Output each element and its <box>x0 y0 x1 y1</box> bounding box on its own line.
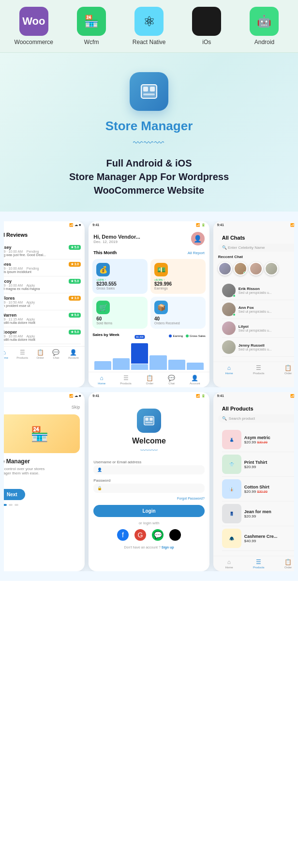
orders-icon: 📦 <box>154 301 168 314</box>
list-item[interactable]: 👗 Asym metric $20.99 $30.99 <box>222 427 294 452</box>
list-item[interactable]: 👖 Jean for men $20.99 <box>222 502 294 526</box>
product-search-placeholder: Search product <box>229 416 255 421</box>
list-item[interactable]: Ann Fox Sed ut perspiciatis u... <box>222 300 294 319</box>
list-item: Mccoy ★ 5.0 2019 · 10:00 AM Apply punt m… <box>4 276 81 293</box>
products-list: 👗 Asym metric $20.99 $30.99 👕 Print Tshi… <box>218 426 294 553</box>
list-item[interactable]: 👕 Print Tshirt $20.99 <box>222 452 294 477</box>
list-item: e Flores ★ 3.0 2019 · 10:50 AM Apply ill… <box>4 293 81 310</box>
platform-wcfm[interactable]: 🏪 Wcfm <box>72 7 111 46</box>
platform-bar: Woo Woocommerce 🏪 Wcfm ⚛ React Native iO… <box>0 0 298 53</box>
password-label: Password <box>93 478 205 483</box>
google-login-icon[interactable]: G <box>134 529 146 541</box>
wechat-login-icon[interactable]: 💬 <box>152 529 164 541</box>
next-button[interactable]: Next <box>4 489 25 500</box>
signup-text: Don't have an account ? Sign up <box>93 546 205 549</box>
onboard-illustration: 🏪 <box>4 414 80 453</box>
reviews-list: Masey ★ 5.0 2019 · 10:00 AM Pending thin… <box>4 241 85 346</box>
login-mockup: 9:41📶 🔋 Welcome 〰〰〰 Username or Email ad… <box>89 392 209 571</box>
password-input[interactable]: 🔒 <box>93 484 205 493</box>
or-text: or login with <box>93 521 205 525</box>
avatar: 👤 <box>191 232 205 245</box>
recent-avatars <box>218 262 294 275</box>
onboard-desc: tal control over your storesanager them … <box>4 467 80 475</box>
facebook-login-icon[interactable]: f <box>117 529 129 541</box>
list-item[interactable]: 👔 Cotton Shirt $20.99 $30.99 <box>222 477 294 502</box>
login-title: Welcome <box>93 437 205 445</box>
product-search-bar[interactable]: 🔍 Search product <box>218 414 294 423</box>
svg-rect-6 <box>149 418 152 421</box>
platform-react-native[interactable]: ⚛ React Native <box>130 7 168 46</box>
username-label: Username or Email address <box>93 460 205 464</box>
earnings-card: 💵 +9.5% ↑ $29.996 Earnings <box>150 259 206 294</box>
svg-rect-5 <box>145 418 148 421</box>
list-item[interactable]: Jenny Russell Sed ut perspiciatis u... <box>222 338 294 357</box>
woo-label: Woocommerce <box>15 39 53 46</box>
signup-link[interactable]: Sign up <box>162 546 174 549</box>
platform-woocommerce[interactable]: Woo Woocommerce <box>15 7 53 46</box>
platform-ios[interactable]: iOs <box>187 7 226 46</box>
forgot-password-link[interactable]: Forgot Password? <box>93 497 205 500</box>
ios-label: iOs <box>202 39 211 46</box>
svg-rect-7 <box>145 422 152 424</box>
bottom-nav-chat: ⌂Home ☰Products 📋Order <box>213 362 294 377</box>
products-title: All Products <box>218 403 294 414</box>
orders-card: 📦 40 Orders Received <box>150 297 206 329</box>
ios-icon <box>192 7 221 36</box>
chat-mockup: 9:41📶 🔋 All Chats 🔍 Enter Celebrity Name… <box>213 221 294 387</box>
list-item: Masey ★ 5.0 2019 · 10:00 AM Pending thin… <box>4 243 81 259</box>
bottom-nav: ⌂Home ☰Products 📋Order 💬Chat 👤Account <box>4 346 85 362</box>
wcfm-label: Wcfm <box>84 39 99 46</box>
month-row: This Month All Report <box>89 248 209 257</box>
rn-label: React Native <box>133 39 166 46</box>
status-bar-login: 9:41📶 🔋 <box>89 392 209 400</box>
username-input[interactable]: 👤 <box>93 465 205 474</box>
mockups-section: ●●📶 ☁ ■ All Reviews Masey ★ 5.0 2019 · 1… <box>0 212 298 581</box>
status-bar-onboard: ●●📶 ☁ ■ <box>4 392 85 400</box>
dashboard-cards: 💰 +10% ↑ $230.555 Gross Sales 💵 +9.5% ↑ … <box>89 257 209 331</box>
status-bar-products: 9:41📶 🔋 <box>213 392 294 400</box>
svg-rect-0 <box>141 85 157 98</box>
list-item[interactable]: 🧥 Cashmere Cre... $40.99 <box>222 526 294 551</box>
onboard-title: re Manager <box>4 458 80 465</box>
onboard-body: Skip 🏪 re Manager tal control over your … <box>4 400 85 511</box>
sold-items-card: 🛒 60 Sold Items <box>92 297 148 329</box>
app-title: Store Manager <box>10 119 288 134</box>
mockups-row-1: ●●📶 ☁ ■ All Reviews Masey ★ 5.0 2019 · 1… <box>4 221 294 387</box>
dash-header: Hi, Demo Vendor... Dec. 12, 2019 👤 <box>89 229 209 248</box>
list-item: e Cooper ★ 5.0 2019 · 10:00 AM Apply e m… <box>4 327 81 344</box>
products-mockup: 9:41📶 🔋 All Products 🔍 Search product 👗 … <box>213 392 294 571</box>
reviews-title: All Reviews <box>4 229 85 241</box>
svg-rect-3 <box>143 93 155 95</box>
onboarding-mockup: ●●📶 ☁ ■ Skip 🏪 re Manager tal control ov… <box>4 392 85 571</box>
svg-rect-1 <box>143 87 148 91</box>
wcfm-icon: 🏪 <box>77 7 106 36</box>
android-label: Android <box>254 39 274 46</box>
list-item: e Warren ★ 5.0 2019 · 11:15 AM Apply e m… <box>4 310 81 327</box>
apple-login-icon[interactable] <box>169 529 181 541</box>
bottom-nav-dash: ⌂Home ☰Products 📋Order 💬Chat 👤Account <box>89 372 209 387</box>
platform-android[interactable]: 🤖 Android <box>245 7 283 46</box>
list-item[interactable]: Erik Risson Sed ut perspiciatis u... <box>222 281 294 300</box>
gross-sales-card: 💰 +10% ↑ $230.555 Gross Sales <box>92 259 148 294</box>
sales-week-section: Sales by Week Earning Gross Sales <box>89 331 209 372</box>
status-bar-dash: 9:41📶 🔋 <box>89 221 209 229</box>
date-text: Dec. 12, 2019 <box>93 240 140 244</box>
login-body: Welcome 〰〰〰 Username or Email address 👤 … <box>89 400 209 554</box>
chat-search-bar[interactable]: 🔍 Enter Celebrity Name <box>218 244 294 252</box>
app-icon <box>130 72 168 111</box>
login-button[interactable]: Login <box>93 505 205 517</box>
rn-icon: ⚛ <box>134 7 164 36</box>
chat-title: All Chats <box>218 232 294 244</box>
hero-section: Store Manager 〰〰〰 Full Android & iOSStor… <box>0 53 298 212</box>
chat-search-placeholder: Enter Celebrity Name <box>228 245 265 250</box>
greeting-text: Hi, Demo Vendor... <box>93 234 140 240</box>
hero-subtitle: Full Android & iOSStore Manager App For … <box>10 156 288 197</box>
login-wave: 〰〰〰 <box>93 447 205 454</box>
skip-text[interactable]: Skip <box>4 405 80 410</box>
social-login-icons: f G 💬 <box>93 529 205 541</box>
svg-rect-2 <box>150 87 155 91</box>
status-bar-chat: 9:41📶 🔋 <box>213 221 294 229</box>
list-item[interactable]: Lilyoi Sed ut perspiciatis u... <box>222 319 294 338</box>
chat-list: Erik Risson Sed ut perspiciatis u... Ann… <box>218 279 294 359</box>
hero-wave: 〰〰〰 <box>10 137 288 149</box>
